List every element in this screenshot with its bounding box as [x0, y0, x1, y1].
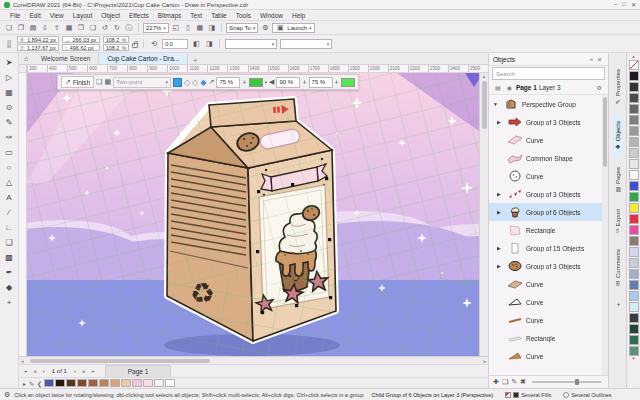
object-x-field[interactable]: X:1,894.22 px	[17, 36, 59, 43]
tree-item-4[interactable]: Curve	[489, 167, 608, 185]
grid-icon[interactable]: ▦	[195, 23, 205, 33]
preview-icon[interactable]: ◨	[207, 23, 217, 33]
menu-help[interactable]: Help	[288, 11, 309, 20]
expand-icon[interactable]: ▶	[497, 191, 503, 197]
menu-edit[interactable]: Edit	[25, 11, 44, 20]
object-origin-icon[interactable]: ⣿	[4, 39, 14, 49]
tree-item-13[interactable]: Rectangle	[489, 329, 608, 347]
drawing-canvas[interactable]: ♻	[27, 73, 488, 356]
palette-swatch[interactable]	[629, 181, 639, 191]
document-palette-swatch[interactable]	[132, 379, 142, 387]
document-palette-swatch[interactable]	[110, 379, 120, 387]
pick-tool[interactable]: ➤	[2, 55, 17, 70]
palette-swatch[interactable]	[629, 170, 639, 180]
rectangle-tool[interactable]: ▭	[2, 145, 17, 160]
line-color-swatch[interactable]	[341, 78, 355, 87]
perspective-type-combo[interactable]: Two-point▾	[113, 77, 171, 88]
menu-object[interactable]: Object	[97, 11, 124, 20]
menu-effects[interactable]: Effects	[125, 11, 153, 20]
opacity-slider[interactable]	[532, 381, 601, 383]
docker-tab-properties[interactable]: ✎Properties	[613, 63, 622, 111]
last-page-button[interactable]: »	[80, 368, 87, 374]
tree-item-2[interactable]: Curve	[489, 131, 608, 149]
home-tab[interactable]: ⌂	[19, 53, 33, 64]
palette-flyout-icon[interactable]: ▸	[22, 380, 27, 387]
palette-swatch[interactable]	[629, 148, 639, 158]
crop-tool[interactable]: ▦	[2, 85, 17, 100]
document-palette-swatch[interactable]	[55, 379, 65, 387]
palette-swatch[interactable]	[629, 82, 639, 92]
expand-icon[interactable]: ▶	[497, 119, 503, 125]
vertical-ruler[interactable]: 1700160015001400130012001100100090080070…	[19, 73, 27, 356]
add-page-after-button[interactable]: +	[89, 368, 97, 374]
mirror-vertical-icon[interactable]: ◨	[204, 39, 214, 49]
palette-scroll-up-icon[interactable]: ▴	[632, 54, 635, 59]
lock-ratio-icon[interactable]	[132, 43, 138, 48]
outline-width-combo[interactable]: ▾	[280, 39, 332, 49]
horizontal-ruler[interactable]: 3004005006007008009001000110012001300140…	[27, 65, 488, 72]
status-gear-icon[interactable]: ⚙	[4, 391, 10, 399]
first-page-button[interactable]: «	[32, 368, 39, 374]
finish-button[interactable]: ↗ Finish	[61, 76, 94, 88]
outline-style-combo[interactable]: ▾	[225, 39, 277, 49]
menu-bitmaps[interactable]: Bitmaps	[154, 11, 185, 20]
import-icon[interactable]: ⇩	[40, 23, 50, 33]
dimension-tool[interactable]: ∕	[2, 205, 17, 220]
edit-layer-icon[interactable]: ✎	[511, 378, 517, 386]
tree-item-11[interactable]: Curve	[489, 293, 608, 311]
object-width-field[interactable]: ↔266.03 px	[62, 36, 100, 43]
expand-icon[interactable]: ▶	[497, 263, 503, 269]
document-palette-swatch[interactable]	[99, 379, 109, 387]
tree-item-14[interactable]: Curve	[489, 347, 608, 365]
maximize-button[interactable]: □	[622, 1, 626, 8]
close-docker-icon[interactable]: ✕	[595, 56, 604, 63]
tree-item-9[interactable]: ▶Group of 3 Objects	[489, 257, 608, 275]
back-icon[interactable]: ◀	[269, 78, 274, 86]
palette-swatch[interactable]	[629, 137, 639, 147]
options-icon[interactable]: ⚙	[260, 23, 270, 33]
text-tool[interactable]: A	[2, 190, 17, 205]
copy-icon[interactable]: ❒	[76, 23, 86, 33]
interactive-fill-tool[interactable]: ◆	[2, 280, 17, 295]
previous-page-button[interactable]: ‹	[41, 368, 47, 374]
palette-swatch[interactable]	[629, 192, 639, 202]
document-palette-swatch[interactable]	[66, 379, 76, 387]
new-document-icon[interactable]: ❏	[4, 23, 14, 33]
docker-tab-export[interactable]: ⇧Export	[613, 203, 622, 239]
palette-swatch[interactable]	[629, 115, 639, 125]
drop-shadow-tool[interactable]: ❏	[2, 235, 17, 250]
close-button[interactable]: ✕	[631, 1, 636, 8]
docker-tab-pages[interactable]: ▤Pages	[613, 161, 622, 199]
zoom-level-combo[interactable]: 227%▾	[143, 23, 169, 33]
palette-swatch[interactable]	[629, 335, 639, 345]
ruler-origin[interactable]	[19, 65, 27, 72]
palette-scroll-down-icon[interactable]: ▾	[632, 356, 635, 361]
plane-right-icon[interactable]: ◆	[200, 78, 206, 87]
document-palette-swatch[interactable]	[88, 379, 98, 387]
document-palette-swatch[interactable]	[165, 379, 175, 387]
next-page-button[interactable]: ›	[72, 368, 78, 374]
palette-scroll-left-icon[interactable]: ❮	[36, 380, 43, 387]
open-icon[interactable]: ❐	[16, 23, 26, 33]
print-icon[interactable]: ▦	[64, 23, 74, 33]
document-palette-swatch[interactable]	[143, 379, 153, 387]
palette-swatch[interactable]	[629, 313, 639, 323]
expand-icon[interactable]: ▼	[493, 101, 499, 107]
perspective-grid-icon[interactable]: ▦	[105, 78, 112, 86]
add-page-before-button[interactable]: +	[22, 368, 30, 374]
eyedropper-tool[interactable]: ✒	[2, 265, 17, 280]
visibility-icon[interactable]: ◉	[505, 84, 514, 91]
palette-swatch[interactable]	[629, 93, 639, 103]
customize-toolbox[interactable]: +	[2, 295, 17, 310]
palette-swatch[interactable]	[629, 126, 639, 136]
delete-icon[interactable]: ✖	[520, 378, 526, 386]
collapse-docker-icon[interactable]: »	[588, 56, 595, 62]
palette-swatch[interactable]	[629, 280, 639, 290]
layer-label[interactable]: Layer 3	[539, 84, 561, 91]
page-label[interactable]: Page 1	[516, 84, 537, 91]
tab-welcome-screen[interactable]: Welcome Screen	[33, 53, 99, 64]
snap-to-dropdown[interactable]: Snap To▾	[226, 23, 258, 33]
perspective-settings-icon[interactable]: ❏	[96, 78, 102, 86]
menu-window[interactable]: Window	[256, 11, 287, 20]
layer-options-gear-icon[interactable]: ⚙	[595, 84, 604, 91]
